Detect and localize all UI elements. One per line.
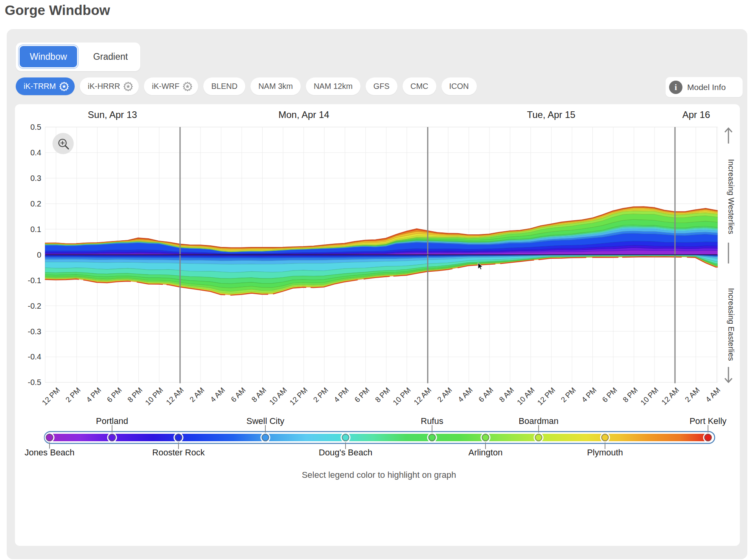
svg-text:Rufus: Rufus <box>421 416 443 426</box>
svg-text:10 AM: 10 AM <box>268 386 289 407</box>
svg-text:12 PM: 12 PM <box>40 386 62 407</box>
svg-text:4 AM: 4 AM <box>209 386 226 403</box>
svg-text:4 PM: 4 PM <box>580 386 598 404</box>
svg-text:12 AM: 12 AM <box>164 386 185 407</box>
svg-text:6 AM: 6 AM <box>477 386 495 403</box>
svg-text:2 PM: 2 PM <box>64 386 82 404</box>
svg-text:2 PM: 2 PM <box>559 386 577 404</box>
svg-text:10 PM: 10 PM <box>391 386 412 407</box>
svg-text:-0.4: -0.4 <box>28 352 41 361</box>
svg-text:2 PM: 2 PM <box>312 386 330 404</box>
svg-text:Port Kelly: Port Kelly <box>690 416 726 426</box>
svg-text:2 AM: 2 AM <box>436 386 453 403</box>
svg-text:0.1: 0.1 <box>30 225 41 234</box>
svg-text:Doug's Beach: Doug's Beach <box>319 448 372 457</box>
svg-text:12 AM: 12 AM <box>412 386 433 407</box>
svg-text:12 PM: 12 PM <box>536 386 557 407</box>
svg-text:Mon, Apr 14: Mon, Apr 14 <box>278 109 329 120</box>
svg-text:Select legend color to highlig: Select legend color to highlight on grap… <box>302 470 456 480</box>
svg-text:10 AM: 10 AM <box>515 386 536 407</box>
svg-text:4 AM: 4 AM <box>456 386 474 403</box>
svg-text:10 PM: 10 PM <box>639 386 660 407</box>
svg-text:4 PM: 4 PM <box>332 386 350 404</box>
svg-text:6 PM: 6 PM <box>353 386 371 404</box>
svg-text:Rooster Rock: Rooster Rock <box>152 448 205 457</box>
svg-text:0.5: 0.5 <box>30 123 41 131</box>
svg-text:Increasing Easterlies: Increasing Easterlies <box>727 288 736 361</box>
svg-text:12 AM: 12 AM <box>660 386 680 407</box>
svg-text:Swell City: Swell City <box>246 416 285 426</box>
svg-text:Portland: Portland <box>96 416 128 426</box>
svg-text:8 PM: 8 PM <box>373 386 392 404</box>
svg-text:4 AM: 4 AM <box>704 386 722 403</box>
svg-text:Increasing Westerlies: Increasing Westerlies <box>727 159 736 234</box>
svg-text:Apr 16: Apr 16 <box>682 109 710 120</box>
svg-text:Sun, Apr 13: Sun, Apr 13 <box>88 109 137 120</box>
svg-text:12 PM: 12 PM <box>288 386 309 407</box>
svg-text:-0.2: -0.2 <box>28 302 41 310</box>
svg-text:0.3: 0.3 <box>30 174 41 182</box>
svg-text:Tue, Apr 15: Tue, Apr 15 <box>527 109 575 120</box>
svg-text:0.4: 0.4 <box>30 148 41 157</box>
svg-text:10 PM: 10 PM <box>143 386 165 407</box>
svg-text:0.2: 0.2 <box>30 199 41 208</box>
svg-text:6 PM: 6 PM <box>601 386 619 404</box>
svg-text:Boardman: Boardman <box>519 416 559 426</box>
svg-text:8 PM: 8 PM <box>621 386 639 404</box>
svg-text:Jones Beach: Jones Beach <box>24 448 74 457</box>
svg-text:8 AM: 8 AM <box>250 386 268 403</box>
svg-text:6 AM: 6 AM <box>229 386 247 403</box>
svg-text:8 PM: 8 PM <box>126 386 144 404</box>
svg-text:2 AM: 2 AM <box>188 386 206 403</box>
svg-text:2 AM: 2 AM <box>683 386 701 403</box>
svg-text:Arlington: Arlington <box>469 448 503 457</box>
svg-text:6 PM: 6 PM <box>105 386 123 404</box>
svg-text:-0.5: -0.5 <box>28 378 41 387</box>
svg-text:Plymouth: Plymouth <box>587 448 623 457</box>
svg-text:-0.3: -0.3 <box>28 327 41 336</box>
svg-text:8 AM: 8 AM <box>498 386 515 403</box>
svg-text:0: 0 <box>37 251 41 259</box>
svg-text:4 PM: 4 PM <box>85 386 103 404</box>
svg-text:-0.1: -0.1 <box>28 276 41 285</box>
